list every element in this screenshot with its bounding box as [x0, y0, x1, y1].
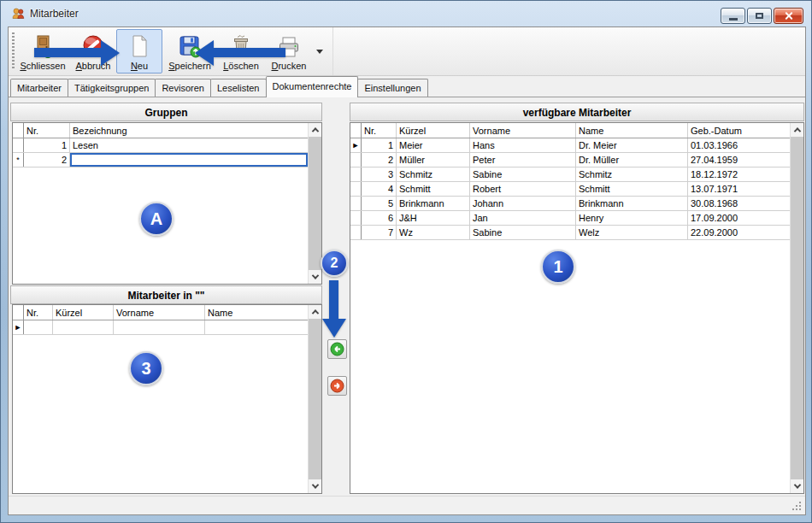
tab-label: Mitarbeiter	[17, 83, 62, 93]
scrollbar[interactable]	[308, 305, 321, 493]
scrollbar[interactable]	[790, 123, 803, 493]
maximize-button[interactable]	[747, 8, 772, 24]
column-header-nr[interactable]: Nr.	[24, 305, 53, 320]
drucken-label: Drucken	[272, 61, 307, 71]
cell-geb-datum: 01.03.1966	[688, 138, 790, 152]
cell-kuerzel: Brinkmann	[397, 197, 470, 210]
chevron-up-icon	[793, 127, 800, 134]
cell-name: Dr. Müller	[576, 153, 688, 167]
column-header-name[interactable]: Name	[576, 123, 688, 138]
toolbar-overflow-button[interactable]	[313, 29, 327, 73]
tab[interactable]: Mitarbeiter	[10, 79, 68, 97]
tab[interactable]: Dokumentenrechte	[266, 76, 359, 97]
client-area: Schliessen Abbruch Neu	[8, 26, 806, 515]
cell-nr: 7	[362, 226, 397, 239]
dokumentenrechte-page: Gruppen Nr. Bezeichnung 1 Lesen *	[9, 97, 805, 496]
gruppen-table-header: Nr. Bezeichnung	[13, 123, 308, 138]
cell-geb-datum: 30.08.1968	[688, 197, 790, 210]
neu-label: Neu	[131, 61, 148, 71]
cell-nr: 1	[362, 138, 397, 152]
maximize-icon	[756, 13, 763, 19]
annotation-badge-1: 1	[541, 250, 575, 284]
table-row[interactable]: ►	[13, 320, 308, 335]
tab[interactable]: Leselisten	[210, 79, 267, 97]
cell-nr	[24, 320, 53, 334]
scroll-up-button[interactable]	[791, 123, 803, 137]
tab-label: Dokumentenrechte	[273, 81, 352, 91]
cell-vorname: Robert	[470, 182, 576, 196]
row-selector-cell: ►	[13, 320, 24, 334]
tab-label: Einstellungen	[364, 83, 421, 93]
row-selector-cell	[350, 211, 362, 225]
loeschen-label: Löschen	[223, 61, 259, 71]
scroll-down-button[interactable]	[309, 479, 321, 493]
cell-kuerzel: Schmitz	[397, 167, 470, 181]
cell-kuerzel: Wz	[397, 226, 470, 239]
mitarbeiter-in-table[interactable]: Nr. Kürzel Vorname Name ►	[12, 304, 322, 494]
tab-label: Leselisten	[217, 83, 260, 93]
column-header-nr[interactable]: Nr.	[24, 123, 70, 138]
scroll-down-button[interactable]	[791, 479, 803, 493]
table-row[interactable]: 5 Brinkmann Johann Brinkmann 30.08.1968	[350, 197, 790, 211]
cell-vorname: Sabine	[470, 226, 576, 239]
cell-kuerzel: Schmitt	[397, 182, 470, 196]
cell-geb-datum: 27.04.1959	[688, 153, 790, 167]
scroll-up-button[interactable]	[309, 305, 321, 319]
cell-nr: 5	[362, 197, 397, 210]
column-header-name[interactable]: Name	[205, 305, 308, 320]
cell-geb-datum: 22.09.2000	[688, 226, 790, 239]
verfuegbare-panel-header: verfügbare Mitarbeiter	[350, 103, 804, 121]
gruppen-table[interactable]: Nr. Bezeichnung 1 Lesen * 2	[12, 122, 322, 285]
toolbar-grip[interactable]	[12, 32, 15, 70]
table-row[interactable]: * 2	[13, 153, 308, 167]
cell-nr: 2	[362, 153, 397, 167]
scrollbar[interactable]	[308, 123, 321, 284]
verfuegbare-mitarbeiter-table[interactable]: Nr. Kürzel Vorname Name Geb.-Datum ► 1 M…	[350, 122, 804, 494]
cell-name: Henry	[576, 211, 688, 225]
window-title: Mitarbeiter	[30, 8, 79, 20]
resize-grip[interactable]	[799, 508, 801, 510]
table-row[interactable]: 7 Wz Sabine Welz 22.09.2000	[350, 226, 790, 240]
column-header-vorname[interactable]: Vorname	[114, 305, 205, 320]
table-row[interactable]: 1 Lesen	[13, 138, 308, 153]
cell-geb-datum: 17.09.2000	[688, 211, 790, 225]
titlebar[interactable]: Mitarbeiter	[1, 1, 811, 26]
cell-vorname: Sabine	[470, 167, 576, 181]
table-row[interactable]: 4 Schmitt Robert Schmitt 13.07.1971	[350, 182, 790, 197]
table-row[interactable]: ► 1 Meier Hans Dr. Meier 01.03.1966	[350, 138, 790, 153]
selector-column-header	[13, 123, 24, 138]
column-header-geb-datum[interactable]: Geb.-Datum	[688, 123, 790, 138]
scroll-up-button[interactable]	[309, 123, 321, 137]
tab[interactable]: Tätigkeitsgruppen	[68, 79, 156, 97]
neu-button[interactable]: Neu	[116, 29, 162, 73]
column-header-kuerzel[interactable]: Kürzel	[397, 123, 470, 138]
cell-name	[205, 320, 308, 334]
annotation-badge-a: A	[139, 202, 174, 236]
statusbar	[9, 496, 805, 514]
column-header-vorname[interactable]: Vorname	[470, 123, 576, 138]
close-button[interactable]	[774, 8, 803, 24]
minimize-button[interactable]	[721, 8, 745, 24]
column-header-bezeichnung[interactable]: Bezeichnung	[70, 123, 308, 138]
tab[interactable]: Revisoren	[155, 79, 211, 97]
column-header-nr[interactable]: Nr.	[362, 123, 397, 138]
cell-geb-datum: 13.07.1971	[688, 182, 790, 196]
row-selector-cell	[350, 197, 362, 210]
cell-name: Schmitt	[576, 182, 688, 196]
tab-label: Revisoren	[162, 83, 204, 93]
cell-kuerzel: Meier	[397, 138, 470, 152]
cell-vorname: Johann	[470, 197, 576, 210]
annotation-badge-3: 3	[129, 351, 163, 385]
table-row[interactable]: 6 J&H Jan Henry 17.09.2000	[350, 211, 790, 226]
scroll-down-button[interactable]	[309, 270, 321, 284]
minimize-icon	[729, 18, 738, 21]
table-row[interactable]: 3 Schmitz Sabine Schmitz 18.12.1972	[350, 167, 790, 182]
remove-from-group-button[interactable]	[327, 376, 347, 396]
cell-nr: 1	[24, 138, 70, 152]
cell-name: Brinkmann	[576, 197, 688, 210]
add-to-group-button[interactable]	[327, 339, 347, 359]
column-header-kuerzel[interactable]: Kürzel	[53, 305, 114, 320]
cell-kuerzel: J&H	[397, 211, 470, 225]
tab[interactable]: Einstellungen	[357, 79, 427, 97]
table-row[interactable]: 2 Müller Peter Dr. Müller 27.04.1959	[350, 153, 790, 167]
